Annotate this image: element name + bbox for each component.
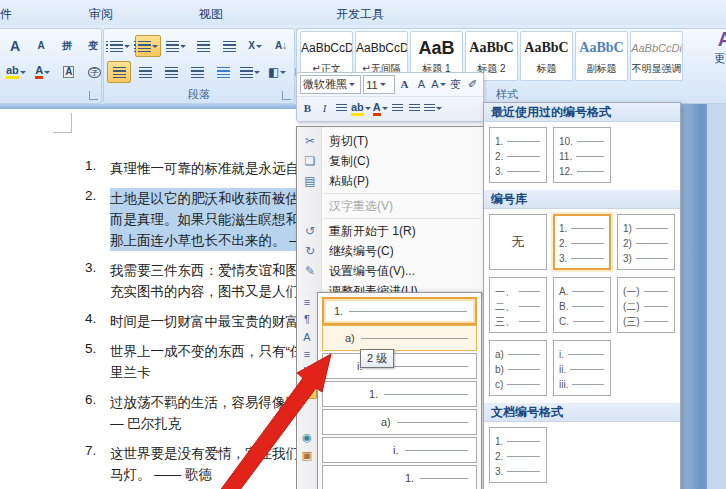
bullets-icon[interactable]: ≡ [299,347,315,362]
menu-item-label: 复制(C) [329,154,370,168]
center-icon[interactable] [334,100,349,118]
style-7[interactable]: AaBbCcDi不明显强调 [630,31,683,81]
decrease-indent-icon[interactable] [390,100,405,118]
numbering-format-option[interactable]: (一)(二)(三) [617,277,675,333]
style-6[interactable]: AaBbC副标题 [575,31,628,81]
number-marker: 12. [559,166,573,177]
format-painter-icon[interactable]: ✐ [465,76,480,94]
align-center-icon[interactable] [133,61,157,83]
grow-font-icon[interactable]: A [3,35,27,57]
list-level-5[interactable]: a) [322,409,477,435]
highlight-icon[interactable]: ab [351,100,371,118]
mini-toolbar: 微软雅黑 11 AAA变✐ BIabA [296,72,484,122]
font-dialog-launcher[interactable] [89,91,98,100]
justify-icon[interactable] [185,61,209,83]
hyperlink-icon[interactable]: ◉ [299,430,315,445]
italic-icon[interactable]: I [317,100,332,118]
number-marker: (一) [623,285,640,299]
numbering-format-option[interactable]: i.ii.iii. [553,340,611,396]
level-line [420,478,468,479]
phonetic-guide-icon[interactable]: 变 [448,76,463,94]
numbering-format-option[interactable]: 10.11.12. [553,127,611,183]
number-marker: 3) [623,253,632,264]
menu-item[interactable]: ✎设置编号值(V)... [297,261,483,281]
numbering-icon[interactable]: ≡ [299,382,317,399]
font-color-icon[interactable]: A [373,100,388,118]
font-size-select[interactable]: 11 [363,75,395,94]
list-icon[interactable]: ≡ [299,295,315,310]
numbering-icon[interactable] [135,35,161,57]
numbering-format-option[interactable]: 无 [489,214,547,270]
change-case-icon[interactable]: 变 [81,35,105,57]
numbering-format-option[interactable]: 1)2)3) [617,214,675,270]
number-marker: C. [559,316,569,327]
chevron-down-icon [349,83,355,89]
style-5[interactable]: AaBbC标题 [520,31,573,81]
line-spacing-icon[interactable] [237,61,263,83]
sort-icon[interactable]: A↓ [269,35,293,57]
menu-item[interactable]: ❏复制(C) [297,151,483,171]
numbering-format-option[interactable]: A.B.C. [553,277,611,333]
list-level-6[interactable]: i. [322,437,477,463]
level-tooltip: 2 级 [360,349,394,368]
bullets-icon[interactable] [107,35,133,57]
numbering-library-panel: 最近使用过的编号格式1.2.3.10.11.12.编号库无1.2.3.1)2)3… [483,102,681,489]
menu-item[interactable]: ✂剪切(T) [297,131,483,151]
text-highlight-icon[interactable]: ab [3,61,29,83]
numbering-format-option[interactable]: 1.2.3. [489,427,547,483]
shrink-font-icon: A [37,41,44,51]
menu-item[interactable]: ↺重新开始于 1(R) [297,221,483,241]
increase-indent-icon [223,41,236,52]
font-color-icon[interactable]: A [31,61,55,83]
numbering-format-option[interactable]: 1.2.3. [553,214,611,270]
ribbon-tab-开发工具[interactable]: 开发工具 [330,4,390,25]
vertical-scrollbar[interactable] [706,104,726,489]
sample-line [508,354,540,355]
paragraph-dialog-launcher[interactable] [282,91,291,100]
align-right-icon[interactable] [159,61,183,83]
shading-icon[interactable]: ◧ [265,61,289,83]
numbering-format-option[interactable]: a)b)c) [489,340,547,396]
ribbon-tab-件[interactable]: 件 [0,4,18,25]
list-level-3[interactable]: i. [322,353,477,379]
distributed-icon [217,67,230,78]
shrink-font-icon[interactable]: A [414,76,429,94]
list-level-1[interactable]: 1. [322,297,477,325]
list-level-7[interactable]: 1. [322,465,477,489]
decrease-indent-icon[interactable] [191,35,215,57]
list-level-2[interactable]: a) [322,325,477,351]
font-icon[interactable]: A [299,330,315,345]
list-number: 4. [85,311,110,332]
menu-item[interactable]: ▤粘贴(P) [297,171,483,191]
list-level-4[interactable]: 1. [322,381,477,407]
quick-styles-icon[interactable]: A [431,76,446,94]
phonetic-guide-icon[interactable]: 拼 [55,35,79,57]
increase-indent-icon[interactable] [407,100,422,118]
columns-icon[interactable]: ⋮⋮ [299,364,315,379]
chevron-down-icon [382,107,388,113]
menu-item-label: 汉字重选(V) [329,199,393,213]
numbering-format-option[interactable]: 1.2.3. [489,127,547,183]
distributed-icon[interactable] [211,61,235,83]
bold-icon[interactable]: B [300,100,315,118]
increase-indent-icon[interactable] [217,35,241,57]
ribbon-tab-视图[interactable]: 视图 [193,4,229,25]
ribbon-tab-审阅[interactable]: 审阅 [83,4,119,25]
menu-separator [324,218,481,219]
change-styles-button[interactable]: A 更改 [710,28,726,88]
menu-item-label: 重新开始于 1(R) [329,224,416,238]
menu-item[interactable]: ↻继续编号(C) [297,241,483,261]
number-marker: 1) [623,223,632,234]
bullets-icon[interactable] [424,100,442,118]
paragraph-icon[interactable]: ¶ [299,312,315,327]
numbering-format-option[interactable]: 一、二、三、 [489,277,547,333]
grow-font-icon[interactable]: A [397,76,412,94]
character-shading-icon[interactable]: A [57,61,81,83]
align-left-icon[interactable] [107,61,131,83]
asian-layout-icon[interactable]: X [243,35,267,57]
lookup-icon[interactable]: ▣ [299,448,315,463]
level-marker: a) [381,416,391,428]
shrink-font-icon[interactable]: A [29,35,53,57]
font-name-select[interactable]: 微软雅黑 [300,75,361,94]
multilevel-list-icon[interactable] [163,35,189,57]
